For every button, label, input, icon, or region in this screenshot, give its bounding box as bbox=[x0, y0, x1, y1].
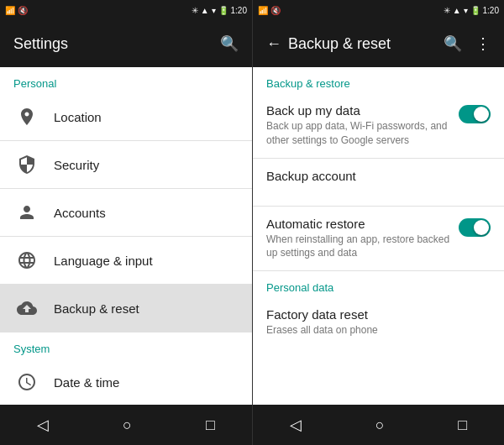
location-label: Location bbox=[54, 110, 102, 124]
factory-reset-item[interactable]: Factory data reset Erases all data on ph… bbox=[253, 297, 504, 348]
backup-data-text: Back up my data Back up app data, Wi-Fi … bbox=[266, 103, 459, 148]
sim-icon: 📶 bbox=[5, 6, 15, 15]
signal-icon-right: ▲ bbox=[453, 6, 461, 15]
backup-data-desc: Back up app data, Wi-Fi passwords, and o… bbox=[266, 119, 452, 148]
backup-toolbar: ← Backup & reset 🔍 ⋮ bbox=[253, 20, 504, 67]
backup-account-title: Backup account bbox=[266, 169, 484, 183]
factory-reset-desc: Erases all data on phone bbox=[266, 323, 484, 338]
backup-account-text: Backup account bbox=[266, 169, 491, 183]
system-section-header: System bbox=[0, 332, 252, 359]
sidebar-item-accounts[interactable]: Accounts bbox=[0, 189, 252, 236]
personal-data-header: Personal data bbox=[253, 271, 504, 297]
language-icon bbox=[13, 247, 40, 274]
factory-reset-text: Factory data reset Erases all data on ph… bbox=[266, 307, 491, 338]
backup-title: Backup & reset bbox=[288, 35, 391, 53]
accounts-icon bbox=[13, 199, 40, 226]
security-icon bbox=[13, 151, 40, 178]
recent-button-left[interactable]: □ bbox=[189, 410, 232, 441]
settings-list: Personal Location Security Accounts bbox=[0, 67, 252, 405]
clock-icon bbox=[13, 369, 40, 395]
recent-button-right[interactable]: □ bbox=[441, 410, 484, 441]
personal-section-header: Personal bbox=[0, 67, 252, 93]
auto-restore-text: Automatic restore When reinstalling an a… bbox=[266, 217, 459, 261]
location-icon bbox=[13, 103, 40, 130]
home-button-left[interactable]: ○ bbox=[106, 410, 149, 441]
time-display-left: 1:20 bbox=[231, 6, 247, 15]
backup-label: Backup & reset bbox=[54, 301, 139, 316]
auto-restore-title: Automatic restore bbox=[266, 217, 452, 231]
backup-data-toggle[interactable] bbox=[459, 105, 491, 123]
battery-icon: 🔋 bbox=[218, 6, 228, 15]
wifi-icon-right: ▾ bbox=[464, 6, 468, 15]
toolbar-left: ← Backup & reset bbox=[266, 35, 391, 53]
more-icon[interactable]: ⋮ bbox=[475, 34, 491, 53]
signal-icon: ▲ bbox=[201, 6, 209, 15]
bottom-nav-right: ◁ ○ □ bbox=[253, 405, 504, 445]
notification-icons: 🔇 bbox=[18, 6, 28, 15]
toolbar-icons: 🔍 bbox=[220, 34, 239, 53]
bluetooth-icon-right: ✳ bbox=[444, 6, 450, 15]
backup-restore-header: Backup & restore bbox=[253, 67, 504, 93]
notification-icons-right: 🔇 bbox=[270, 6, 281, 15]
backup-data-title: Back up my data bbox=[266, 103, 452, 118]
backup-reset-panel: 📶 🔇 ✳ ▲ ▾ 🔋 1:20 ← Backup & reset 🔍 ⋮ Ba… bbox=[252, 0, 504, 445]
sidebar-item-datetime[interactable]: Date & time bbox=[0, 359, 252, 405]
status-bar-left: 📶 🔇 ✳ ▲ ▾ 🔋 1:20 bbox=[0, 0, 252, 20]
bluetooth-icon: ✳ bbox=[192, 6, 198, 15]
status-icons-right-left: 📶 🔇 bbox=[258, 6, 281, 15]
backup-data-item[interactable]: Back up my data Back up app data, Wi-Fi … bbox=[253, 93, 504, 158]
status-icons-left: 📶 🔇 bbox=[5, 6, 28, 15]
sidebar-item-backup[interactable]: Backup & reset bbox=[0, 285, 252, 332]
wifi-icon: ▾ bbox=[212, 6, 216, 15]
auto-restore-toggle[interactable] bbox=[459, 218, 491, 237]
status-icons-right-right: ✳ ▲ ▾ 🔋 1:20 bbox=[444, 6, 499, 15]
security-label: Security bbox=[54, 158, 99, 172]
factory-reset-title: Factory data reset bbox=[266, 307, 484, 322]
sim-icon-right: 📶 bbox=[258, 6, 268, 15]
backup-account-item[interactable]: Backup account bbox=[253, 159, 504, 206]
backup-icon bbox=[13, 295, 40, 322]
battery-icon-right: 🔋 bbox=[470, 6, 480, 15]
backup-toolbar-icons: 🔍 ⋮ bbox=[444, 34, 491, 53]
back-button-right[interactable]: ◁ bbox=[273, 409, 318, 441]
language-label: Language & input bbox=[54, 254, 153, 268]
time-display-right: 1:20 bbox=[483, 6, 499, 15]
backup-list: Backup & restore Back up my data Back up… bbox=[253, 67, 504, 405]
sidebar-item-security[interactable]: Security bbox=[0, 141, 252, 188]
search-icon[interactable]: 🔍 bbox=[220, 34, 239, 53]
datetime-label: Date & time bbox=[54, 375, 119, 390]
auto-restore-desc: When reinstalling an app, restore backed… bbox=[266, 233, 452, 261]
status-bar-right: 📶 🔇 ✳ ▲ ▾ 🔋 1:20 bbox=[253, 0, 504, 20]
status-icons-right: ✳ ▲ ▾ 🔋 1:20 bbox=[192, 6, 247, 15]
settings-title: Settings bbox=[13, 35, 68, 53]
sidebar-item-location[interactable]: Location bbox=[0, 93, 252, 140]
bottom-nav-left: ◁ ○ □ bbox=[0, 405, 252, 445]
back-arrow-icon[interactable]: ← bbox=[266, 35, 281, 53]
sidebar-item-language[interactable]: Language & input bbox=[0, 237, 252, 284]
settings-panel: 📶 🔇 ✳ ▲ ▾ 🔋 1:20 Settings 🔍 Personal Loc… bbox=[0, 0, 252, 445]
back-button-left[interactable]: ◁ bbox=[20, 409, 66, 441]
accounts-label: Accounts bbox=[54, 206, 106, 220]
search-icon-right[interactable]: 🔍 bbox=[444, 34, 462, 53]
auto-restore-item[interactable]: Automatic restore When reinstalling an a… bbox=[253, 207, 504, 271]
settings-toolbar: Settings 🔍 bbox=[0, 20, 252, 67]
home-button-right[interactable]: ○ bbox=[359, 410, 402, 441]
